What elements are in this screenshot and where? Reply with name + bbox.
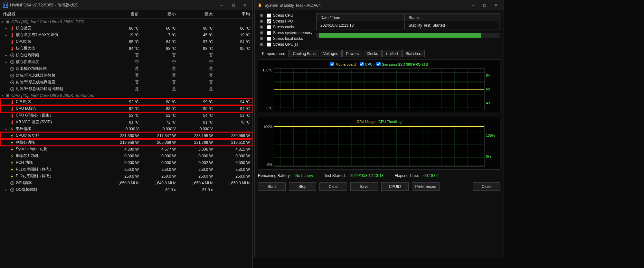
stress-option[interactable]: Stress cache	[258, 25, 312, 29]
tab-clocks[interactable]: Clocks	[363, 50, 382, 57]
sensor-row[interactable]: System Agent功耗4.800 W4.577 W6.336 W4.815…	[0, 146, 252, 152]
sensor-name: 核心过热降频	[16, 52, 39, 58]
sensor-row[interactable]: 剩余芯片功耗0.000 W0.000 W0.000 W0.000 W	[0, 152, 252, 159]
svg-point-11	[11, 42, 13, 43]
sensor-name: PL1功率限制（静态）	[16, 167, 53, 172]
sensor-row[interactable]: PL1功率限制（静态）250.0 W250.0 W250.0 W250.0 W	[0, 166, 252, 173]
sensor-name: 封装/环形总线功耗超出限制	[16, 86, 63, 92]
legend-checkbox[interactable]	[360, 62, 364, 66]
stress-option[interactable]: Stress system memory	[258, 31, 312, 35]
val-max: 233.195 W	[177, 134, 214, 138]
val-current: 81 °C	[103, 120, 140, 125]
tab-statistics[interactable]: Statistics	[402, 50, 425, 57]
gear-icon	[10, 60, 14, 64]
svg-point-23	[12, 82, 13, 83]
stress-option[interactable]: Stress GPU(s)	[258, 42, 312, 47]
val-current: 0.000 W	[103, 161, 140, 165]
val-avg: 0.000 W	[214, 161, 251, 165]
val-current: 19 °C	[103, 33, 140, 37]
val-avg: 219.510 W	[214, 140, 251, 145]
tab-unified[interactable]: Unified	[382, 50, 401, 57]
svg-rect-5	[7, 21, 8, 23]
val-max: 57.0 x	[177, 188, 214, 192]
volt-icon	[10, 167, 14, 172]
sensor-row[interactable]: ▸OC倍频限制39.0 x57.0 x	[0, 186, 252, 193]
sensor-row[interactable]: 封装/环形总线过热降频否否否	[0, 72, 252, 79]
val-max: 98 °C	[177, 26, 214, 31]
preferences-button[interactable]: Preferences	[412, 182, 440, 191]
stress-option[interactable]: Stress FPU	[258, 19, 312, 23]
sensor-row[interactable]: IA核心功耗219.956 W205.069 W221.789 W219.510…	[0, 139, 252, 146]
battery-value: No battery	[295, 173, 313, 178]
minimize-button[interactable]: ─	[216, 1, 227, 9]
sensor-row[interactable]: ▸核心临界温度否否否	[0, 59, 252, 65]
legend-checkbox[interactable]	[376, 62, 381, 66]
stress-checkbox[interactable]	[267, 19, 271, 23]
sensor-row[interactable]: 超出核心功耗限制是是是	[0, 65, 252, 72]
sensor-row[interactable]: CPU GT核心（图形）53 °C52 °C54 °C53 °C	[0, 112, 252, 119]
gear-icon	[10, 53, 14, 58]
cpuid-button[interactable]: CPUID	[381, 182, 409, 191]
val-avg: 86 °C	[214, 26, 251, 31]
stress-checkbox[interactable]	[267, 25, 271, 29]
val-avg: 0.000 W	[214, 154, 251, 158]
sensor-name: CPU GT核心（图形）	[16, 113, 53, 118]
temp-icon	[10, 120, 14, 125]
close-button[interactable]: ✕	[491, 1, 501, 9]
minimize-button[interactable]: ─	[468, 1, 478, 9]
clear-button[interactable]: Clear	[319, 182, 347, 191]
legend-checkbox[interactable]	[330, 62, 334, 66]
tab-voltages[interactable]: Voltages	[320, 50, 342, 57]
sensor-name: CPU IA核心	[16, 106, 36, 111]
sensor-row[interactable]: PL2功率限制（静态）250.0 W250.0 W250.0 W250.0 W	[0, 173, 252, 180]
sensor-group[interactable]: ▾CPU [#0]: Intel Core Ultra 9 285K: Enha…	[0, 92, 252, 98]
elapsed-value: 00:18:06	[423, 173, 439, 178]
sensor-row[interactable]: ▸电压偏移0.000 V0.000 V0.000 V	[0, 125, 252, 132]
sensor-name: CPU封装	[16, 99, 32, 105]
sensor-list[interactable]: ▾CPU [#0]: Intel Core Ultra 9 285K: DTS▸…	[0, 19, 252, 268]
stress-checkbox[interactable]	[267, 42, 271, 47]
close-button[interactable]: Close	[473, 182, 500, 191]
sensor-row[interactable]: CPU封装92 °C88 °C99 °C94 °C	[0, 98, 252, 105]
maximize-button[interactable]: ▢	[228, 1, 238, 9]
tab-temperatures[interactable]: Temperatures	[258, 50, 289, 57]
sensor-row[interactable]: PCH 功耗0.000 W0.000 W0.002 W0.000 W	[0, 159, 252, 166]
sensor-row[interactable]: CPU封装95 °C84 °C97 °C94 °C	[0, 38, 252, 45]
svg-rect-3	[6, 4, 7, 6]
sensor-row[interactable]: GPU频率1,650.0 MHz1,649.8 MHz1,650.4 MHz1,…	[0, 180, 252, 186]
val-min: 84 °C	[140, 40, 177, 44]
start-button[interactable]: Start	[258, 182, 286, 191]
close-button[interactable]: ✕	[240, 1, 250, 9]
aida-titlebar[interactable]: System Stability Test - AIDA64 ─ ▢ ✕	[255, 0, 504, 10]
aida-title: System Stability Test - AIDA64	[264, 3, 321, 8]
sensor-row[interactable]: CPU IA核心92 °C88 °C99 °C94 °C	[0, 105, 252, 112]
stress-option[interactable]: Stress CPU	[258, 13, 312, 18]
sensor-row[interactable]: ▸核心过热降频否否否	[0, 52, 252, 59]
sensor-row[interactable]: ▸核心温度86 °C60 °C98 °C86 °C	[0, 25, 252, 32]
svg-point-25	[12, 88, 13, 90]
sensor-row[interactable]: 封装/环形总线临界温度否否否	[0, 79, 252, 86]
hwinfo-titlebar[interactable]: HWiNFO64 v7.72-5355 - 传感器状态 ─ ▢ ✕	[0, 0, 252, 10]
gear-icon	[10, 87, 14, 91]
stress-checkbox[interactable]	[267, 31, 271, 35]
svg-point-9	[11, 35, 13, 37]
tab-cooling-fans[interactable]: Cooling Fans	[289, 50, 319, 57]
sensor-row[interactable]: 核心最大值94 °C88 °C98 °C95 °C	[0, 45, 252, 52]
stress-checkbox[interactable]	[267, 14, 271, 18]
stop-button[interactable]: Stop	[289, 182, 317, 191]
svg-rect-28	[12, 100, 13, 102]
val-current: 86 °C	[103, 26, 140, 31]
sensor-row[interactable]: 封装/环形总线功耗超出限制是是是	[0, 86, 252, 92]
sensor-group[interactable]: ▾CPU [#0]: Intel Core Ultra 9 285K: DTS	[0, 19, 252, 25]
stress-checkbox[interactable]	[267, 37, 271, 41]
sensor-row[interactable]: CPU封装功耗231.360 W217.347 W233.195 W230.96…	[0, 132, 252, 139]
sensor-name: 封装/环形总线临界温度	[16, 79, 55, 85]
sensor-row[interactable]: ▸核心温度与TjMAX的差值19 °C7 °C45 °C19 °C	[0, 32, 252, 38]
app-icon	[3, 3, 8, 8]
tab-powers[interactable]: Powers	[342, 50, 362, 57]
val-min: 88 °C	[140, 46, 177, 51]
sensor-row[interactable]: VR VCC 温度 (SVID)81 °C72 °C81 °C78 °C	[0, 119, 252, 125]
save-button[interactable]: Save	[350, 182, 378, 191]
maximize-button[interactable]: ▢	[479, 1, 489, 9]
stress-option[interactable]: Stress local disks	[258, 36, 312, 41]
